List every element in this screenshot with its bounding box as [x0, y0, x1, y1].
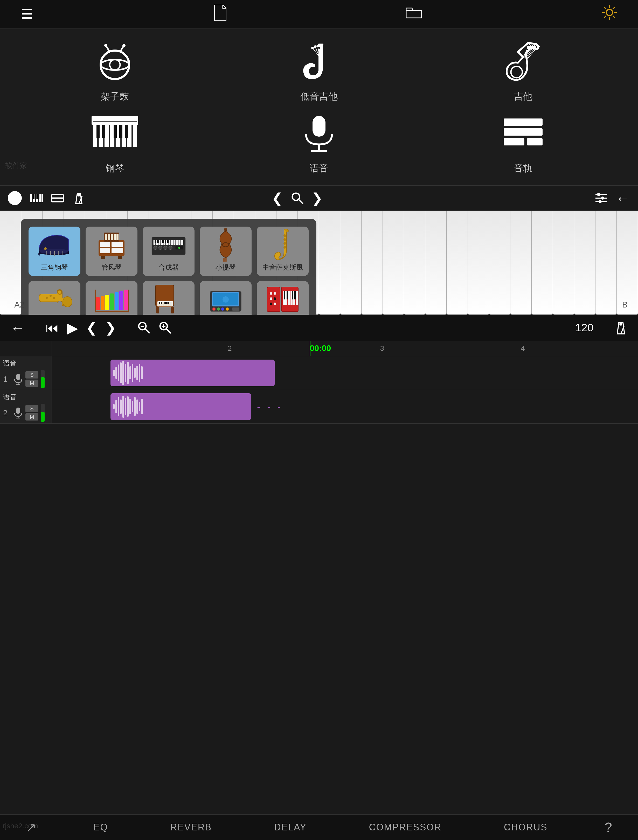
instrument-guitar[interactable]: 吉他	[424, 39, 622, 103]
piano-key-white[interactable]	[617, 211, 638, 315]
track-1-waveform	[111, 360, 145, 386]
svg-point-185	[270, 303, 272, 305]
bass-icon-wrap	[296, 39, 342, 85]
instrument-tracks[interactable]: 音轨	[424, 111, 622, 175]
instr-card-grand-piano[interactable]: 三角钢琴	[28, 227, 81, 276]
svg-rect-112	[165, 240, 166, 243]
search-icon[interactable]	[291, 192, 304, 205]
instrument-piano[interactable]: 钢琴	[16, 111, 214, 175]
piano-key-white[interactable]	[489, 211, 510, 315]
instr-card-accordion[interactable]	[257, 281, 309, 315]
piano-key-white[interactable]	[425, 211, 446, 315]
timeline-label-space	[0, 341, 52, 356]
violin-label: 小提琴	[215, 263, 236, 272]
piano-key-white[interactable]	[0, 211, 21, 315]
instr-card-violin[interactable]: 小提琴	[200, 227, 252, 276]
settings-icon[interactable]	[602, 5, 617, 23]
piano-key-white[interactable]	[446, 211, 468, 315]
track-1-clips[interactable]	[52, 356, 638, 390]
tab-reverb[interactable]: REVERB	[165, 819, 217, 835]
tab-chorus[interactable]: CHORUS	[499, 819, 553, 835]
prev-page-icon[interactable]: ❮	[272, 190, 283, 206]
zoom-in-icon[interactable]	[158, 321, 172, 335]
next-page-icon[interactable]: ❯	[312, 190, 323, 206]
svg-line-5	[604, 7, 606, 9]
track-2-clips[interactable]: - - -	[52, 390, 638, 423]
drums-label: 架子鼓	[101, 90, 129, 103]
svg-rect-93	[101, 256, 105, 259]
track-1-volume-bar[interactable]	[41, 370, 44, 388]
toy-img	[207, 284, 244, 315]
instrument-voice[interactable]: 语音	[220, 111, 419, 175]
mixer-icon[interactable]	[594, 192, 608, 204]
drums-icon-wrap	[92, 39, 138, 85]
track-2-solo-btn[interactable]: S	[25, 405, 38, 412]
export-icon[interactable]: ↗	[26, 820, 36, 835]
track-2-volume-bar[interactable]	[41, 404, 44, 422]
piano-key-white[interactable]	[510, 211, 532, 315]
svg-point-167	[217, 308, 220, 311]
instr-card-toy[interactable]	[200, 281, 252, 315]
svg-rect-136	[96, 297, 100, 310]
piano-key-white[interactable]	[340, 211, 361, 315]
next-measure-button[interactable]: ❯	[105, 320, 116, 335]
play-button[interactable]: ▶	[67, 319, 78, 336]
instr-card-organ[interactable]: 管风琴	[85, 227, 138, 276]
guitar-label: 吉他	[514, 90, 532, 103]
metronome-playback-icon[interactable]	[614, 321, 628, 335]
track-2-mute-btn[interactable]: M	[25, 413, 38, 420]
tab-eq[interactable]: EQ	[88, 819, 113, 835]
back-icon[interactable]: ←	[616, 190, 630, 207]
piano-key-white[interactable]	[404, 211, 425, 315]
instrument-selector: 三角钢琴 管风琴	[21, 219, 317, 315]
instrument-bass[interactable]: 低音吉他	[220, 39, 419, 103]
tab-delay[interactable]: DELAY	[269, 819, 312, 835]
piano-icon-wrap	[92, 111, 138, 157]
instrument-drums[interactable]: 架子鼓	[16, 39, 214, 103]
rewind-button[interactable]: ⏮	[46, 320, 59, 335]
new-file-icon[interactable]	[213, 5, 226, 24]
instr-card-alto-sax[interactable]: 中音萨克斯風	[257, 227, 309, 276]
chord-icon[interactable]	[51, 192, 64, 204]
track-2-clip[interactable]	[111, 393, 251, 420]
piano-key-white[interactable]	[383, 211, 404, 315]
svg-rect-94	[118, 256, 122, 259]
piano-toolbar-right: ←	[594, 190, 630, 207]
track-1-mute-btn[interactable]: M	[25, 379, 38, 387]
track-1-solo-btn[interactable]: S	[25, 371, 38, 379]
metronome-icon[interactable]	[72, 191, 85, 205]
back-button[interactable]: ←	[10, 319, 25, 336]
piano-key-white[interactable]	[595, 211, 617, 315]
instr-card-synthesizer[interactable]: 合成器	[142, 227, 195, 276]
svg-rect-157	[165, 302, 166, 305]
piano-key-white[interactable]	[553, 211, 574, 315]
piano-key-white[interactable]	[468, 211, 489, 315]
piano-key-white[interactable]	[361, 211, 383, 315]
timeline-mark-3: 3	[380, 344, 384, 352]
record-button[interactable]	[8, 191, 22, 205]
piano-key-white[interactable]	[532, 211, 553, 315]
prev-measure-button[interactable]: ❮	[86, 320, 97, 335]
svg-point-181	[270, 292, 272, 295]
piano-keys-icon[interactable]	[30, 192, 43, 204]
track-2-controls: 2 S M	[3, 404, 49, 422]
track-1-clip[interactable]	[111, 360, 275, 386]
instr-card-upright-piano[interactable]	[142, 281, 195, 315]
menu-icon[interactable]: ☰	[21, 6, 33, 22]
instr-card-trumpet[interactable]	[28, 281, 81, 315]
timeline-marks[interactable]: 2 00:00 3 4	[52, 341, 638, 356]
open-folder-icon[interactable]	[406, 6, 422, 22]
track-2-name: 语音	[3, 393, 17, 402]
instr-card-marimba[interactable]	[85, 281, 138, 315]
svg-line-24	[320, 46, 320, 56]
piano-key-white[interactable]	[574, 211, 595, 315]
tab-compressor[interactable]: COMPRESSOR	[364, 819, 446, 835]
svg-rect-139	[110, 294, 114, 310]
piano-key-white[interactable]	[319, 211, 340, 315]
marimba-img	[93, 284, 130, 315]
top-toolbar: ☰	[0, 0, 638, 28]
zoom-out-icon[interactable]	[137, 321, 151, 335]
alto-sax-img	[264, 229, 301, 260]
track-1-number: 1	[3, 375, 11, 384]
help-icon[interactable]: ?	[605, 819, 612, 835]
